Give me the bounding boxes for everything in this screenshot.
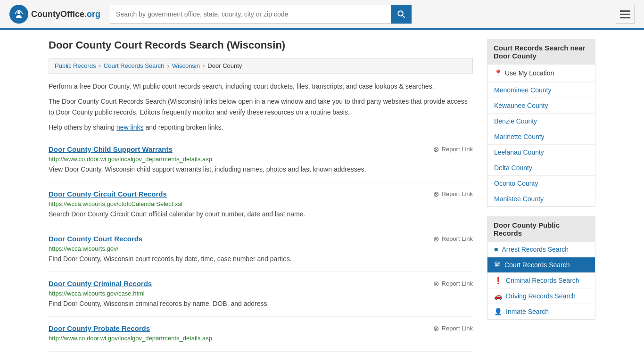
menu-line [620, 14, 630, 15]
search-input[interactable] [110, 5, 391, 24]
public-records-label: Arrest Records Search [502, 246, 569, 253]
public-records-item[interactable]: ■ Arrest Records Search [487, 242, 595, 257]
new-links-link[interactable]: new links [116, 123, 144, 131]
report-icon: ⊗ [433, 324, 439, 333]
menu-button[interactable] [616, 5, 635, 24]
record-title[interactable]: Door County Probate Records [49, 324, 150, 332]
nearby-county-link[interactable]: Oconto County [487, 176, 595, 191]
record-url[interactable]: https://wcca.wicourts.gov/ctofcCalendarS… [49, 200, 473, 207]
record-header: Door County Court Records ⊗ Report Link [49, 235, 473, 243]
nearby-section: Court Records Search near Door County 📍 … [487, 39, 595, 207]
svg-line-3 [403, 16, 405, 18]
svg-point-1 [17, 11, 20, 14]
description-para2: The Door County Court Records Search (Wi… [49, 96, 473, 117]
report-link[interactable]: ⊗ Report Link [433, 280, 473, 288]
description-para3: Help others by sharing new links and rep… [49, 122, 473, 132]
report-link[interactable]: ⊗ Report Link [433, 235, 473, 243]
public-records-link[interactable]: ❗ Criminal Records Search [487, 273, 595, 288]
public-records-label: Criminal Records Search [506, 277, 579, 284]
report-link[interactable]: ⊗ Report Link [433, 324, 473, 333]
record-item: Door County Probate Records ⊗ Report Lin… [49, 317, 473, 352]
nearby-county-item[interactable]: Delta County [487, 160, 595, 176]
breadcrumb-public-records[interactable]: Public Records [55, 62, 96, 69]
record-desc: Find Door County, Wisconsin court record… [49, 254, 473, 264]
record-title[interactable]: Door County Court Records [49, 235, 142, 243]
record-desc: View Door County, Wisconsin child suppor… [49, 165, 473, 174]
report-label: Report Link [442, 280, 473, 287]
nearby-county-link[interactable]: Kewaunee County [487, 98, 595, 113]
record-desc: Find Door County, Wisconsin criminal rec… [49, 299, 473, 309]
sidebar: Court Records Search near Door County 📍 … [487, 39, 595, 352]
public-records-item[interactable]: 🚗 Driving Records Search [487, 288, 595, 304]
record-url[interactable]: https://wcca.wicourts.gov/case.html [49, 290, 473, 297]
record-type-icon: ❗ [494, 277, 502, 284]
public-records-section: Door County Public Records ■ Arrest Reco… [487, 216, 595, 320]
nearby-county-link[interactable]: Manistee County [487, 191, 595, 206]
report-icon: ⊗ [433, 190, 439, 198]
logo[interactable]: CountyOffice.org [9, 5, 100, 24]
nearby-county-item[interactable]: Marinette County [487, 129, 595, 145]
content-area: Door County Court Records Search (Wiscon… [49, 39, 473, 352]
public-records-item[interactable]: ❗ Criminal Records Search [487, 273, 595, 288]
nearby-county-link[interactable]: Delta County [487, 160, 595, 175]
breadcrumb-wisconsin[interactable]: Wisconsin [172, 62, 200, 69]
report-link[interactable]: ⊗ Report Link [433, 145, 473, 154]
report-label: Report Link [442, 235, 473, 242]
record-desc: Search Door County Circuit Court officia… [49, 209, 473, 219]
nearby-county-item[interactable]: Benzie County [487, 114, 595, 129]
record-url[interactable]: https://wcca.wicourts.gov/ [49, 245, 473, 252]
report-icon: ⊗ [433, 235, 439, 243]
report-label: Report Link [442, 325, 473, 332]
search-container [110, 5, 412, 24]
public-records-link[interactable]: 👤 Inmate Search [487, 304, 595, 319]
record-type-icon: ■ [494, 246, 498, 253]
report-link[interactable]: ⊗ Report Link [433, 190, 473, 198]
nearby-county-item[interactable]: Manistee County [487, 191, 595, 206]
use-location-item[interactable]: 📍 Use My Location [487, 65, 595, 82]
breadcrumb-sep: › [99, 62, 100, 69]
public-records-link[interactable]: ■ Arrest Records Search [487, 242, 595, 257]
record-title[interactable]: Door County Circuit Court Records [49, 190, 167, 198]
breadcrumb-door-county: Door County [207, 62, 242, 69]
menu-line [620, 10, 630, 12]
public-records-item[interactable]: 🏛 Court Records Search [487, 257, 595, 273]
use-location-label: Use My Location [505, 69, 554, 77]
public-records-link[interactable]: 🏛 Court Records Search [487, 257, 595, 272]
nearby-county-link[interactable]: Benzie County [487, 114, 595, 129]
svg-point-2 [398, 11, 403, 16]
header: CountyOffice.org [0, 0, 644, 30]
nearby-county-item[interactable]: Oconto County [487, 176, 595, 191]
nearby-list: 📍 Use My Location Menominee CountyKewaun… [487, 65, 595, 207]
nearby-county-item[interactable]: Leelanau County [487, 145, 595, 160]
record-item: Door County Court Records ⊗ Report Link … [49, 227, 473, 272]
nearby-county-link[interactable]: Menominee County [487, 82, 595, 98]
report-label: Report Link [442, 190, 473, 197]
public-records-label: Inmate Search [506, 308, 549, 315]
record-url[interactable]: http://www.co.door.wi.gov/localgov_depar… [49, 156, 473, 163]
public-records-label: Court Records Search [504, 261, 570, 269]
public-records-link[interactable]: 🚗 Driving Records Search [487, 288, 595, 304]
nearby-county-item[interactable]: Menominee County [487, 82, 595, 98]
public-records-item[interactable]: 👤 Inmate Search [487, 304, 595, 319]
record-url[interactable]: http://www.co.door.wi.gov/localgov_depar… [49, 335, 473, 342]
breadcrumb-court-records[interactable]: Court Records Search [104, 62, 165, 69]
menu-line [620, 17, 630, 18]
record-title[interactable]: Door County Criminal Records [49, 280, 152, 288]
records-list: Door County Child Support Warrants ⊗ Rep… [49, 138, 473, 352]
breadcrumb: Public Records › Court Records Search › … [49, 58, 473, 74]
record-item: Door County Circuit Court Records ⊗ Repo… [49, 182, 473, 227]
nearby-counties: Menominee CountyKewaunee CountyBenzie Co… [487, 82, 595, 206]
nearby-county-link[interactable]: Marinette County [487, 129, 595, 144]
record-type-icon: 🏛 [494, 261, 501, 269]
nearby-title: Court Records Search near Door County [487, 39, 595, 65]
record-title[interactable]: Door County Child Support Warrants [49, 145, 173, 153]
main-container: Door County Court Records Search (Wiscon… [39, 30, 605, 361]
record-header: Door County Child Support Warrants ⊗ Rep… [49, 145, 473, 154]
search-button[interactable] [391, 5, 412, 24]
public-records-title: Door County Public Records [487, 216, 595, 242]
nearby-county-item[interactable]: Kewaunee County [487, 98, 595, 114]
record-type-icon: 👤 [494, 308, 502, 315]
nearby-county-link[interactable]: Leelanau County [487, 145, 595, 160]
breadcrumb-sep: › [203, 62, 205, 69]
search-icon [397, 10, 405, 18]
